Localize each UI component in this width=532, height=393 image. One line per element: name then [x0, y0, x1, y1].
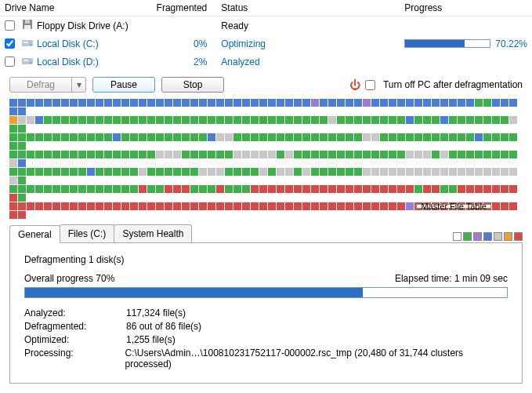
cluster-cell[interactable] [501, 116, 508, 124]
cluster-cell[interactable] [156, 168, 164, 176]
cluster-cell[interactable] [371, 116, 379, 124]
cluster-cell[interactable] [18, 194, 26, 202]
cluster-cell[interactable] [363, 116, 371, 124]
cluster-cell[interactable] [242, 185, 250, 193]
cluster-cell[interactable] [371, 202, 379, 210]
cluster-cell[interactable] [440, 151, 448, 158]
cluster-cell[interactable] [78, 168, 86, 176]
cluster-cell[interactable] [277, 151, 284, 158]
status-value[interactable]: Optimizing [221, 38, 266, 49]
cluster-cell[interactable] [190, 151, 198, 158]
cluster-cell[interactable] [440, 202, 448, 210]
cluster-cell[interactable] [87, 151, 95, 158]
cluster-cell[interactable] [208, 168, 215, 176]
cluster-cell[interactable] [190, 99, 198, 107]
legend-swatch[interactable] [473, 232, 482, 241]
cluster-cell[interactable] [466, 116, 474, 124]
cluster-cell[interactable] [139, 151, 147, 158]
cluster-cell[interactable] [233, 99, 241, 107]
cluster-cell[interactable] [173, 185, 181, 193]
cluster-cell[interactable] [397, 168, 405, 176]
cluster-cell[interactable] [328, 168, 336, 176]
cluster-cell[interactable] [182, 185, 190, 193]
cluster-cell[interactable] [363, 202, 371, 210]
cluster-cell[interactable] [165, 185, 172, 193]
cluster-cell[interactable] [509, 99, 517, 107]
cluster-cell[interactable] [233, 151, 241, 158]
cluster-cell[interactable] [354, 133, 362, 141]
cluster-cell[interactable] [259, 116, 267, 124]
cluster-cell[interactable] [320, 151, 328, 158]
cluster-cell[interactable] [9, 185, 17, 193]
tab-general[interactable]: General [9, 225, 60, 243]
cluster-cell[interactable] [61, 99, 69, 107]
cluster-cell[interactable] [492, 99, 500, 107]
cluster-cell[interactable] [302, 185, 310, 193]
cluster-cell[interactable] [96, 185, 103, 193]
cluster-cell[interactable] [458, 133, 465, 141]
cluster-cell[interactable] [173, 116, 181, 124]
cluster-cell[interactable] [259, 168, 267, 176]
cluster-cell[interactable] [354, 116, 362, 124]
cluster-cell[interactable] [104, 133, 112, 141]
cluster-cell[interactable] [121, 185, 129, 193]
cluster-cell[interactable] [380, 151, 388, 158]
cluster-cell[interactable] [130, 202, 138, 210]
cluster-cell[interactable] [302, 116, 310, 124]
cluster-cell[interactable] [501, 99, 508, 107]
cluster-cell[interactable] [406, 202, 414, 210]
turnoff-checkbox[interactable] [365, 80, 375, 90]
cluster-cell[interactable] [380, 202, 388, 210]
cluster-cell[interactable] [165, 202, 172, 210]
cluster-cell[interactable] [9, 142, 17, 150]
cluster-cell[interactable] [389, 133, 396, 141]
cluster-cell[interactable] [104, 99, 112, 107]
cluster-cell[interactable] [87, 99, 95, 107]
cluster-cell[interactable] [371, 151, 379, 158]
cluster-cell[interactable] [139, 133, 147, 141]
cluster-cell[interactable] [406, 168, 414, 176]
cluster-cell[interactable] [233, 185, 241, 193]
cluster-cell[interactable] [104, 116, 112, 124]
cluster-cell[interactable] [87, 116, 95, 124]
cluster-cell[interactable] [501, 133, 508, 141]
cluster-cell[interactable] [199, 116, 207, 124]
cluster-cell[interactable] [346, 99, 353, 107]
cluster-cell[interactable] [225, 151, 233, 158]
cluster-cell[interactable] [509, 151, 517, 158]
cluster-cell[interactable] [96, 133, 103, 141]
cluster-cell[interactable] [147, 202, 155, 210]
cluster-cell[interactable] [139, 99, 147, 107]
cluster-cell[interactable] [242, 168, 250, 176]
cluster-cell[interactable] [61, 133, 69, 141]
cluster-cell[interactable] [285, 168, 293, 176]
cluster-cell[interactable] [466, 168, 474, 176]
cluster-cell[interactable] [96, 151, 103, 158]
cluster-cell[interactable] [61, 168, 69, 176]
cluster-cell[interactable] [9, 159, 17, 167]
cluster-cell[interactable] [18, 185, 26, 193]
cluster-cell[interactable] [104, 168, 112, 176]
cluster-cell[interactable] [363, 168, 371, 176]
cluster-cell[interactable] [18, 202, 26, 210]
cluster-cell[interactable] [35, 99, 43, 107]
cluster-cell[interactable] [216, 116, 224, 124]
cluster-cell[interactable] [70, 151, 78, 158]
cluster-cell[interactable] [96, 116, 103, 124]
cluster-cell[interactable] [130, 168, 138, 176]
cluster-cell[interactable] [440, 133, 448, 141]
cluster-cell[interactable] [182, 99, 190, 107]
cluster-cell[interactable] [423, 202, 431, 210]
cluster-cell[interactable] [354, 99, 362, 107]
cluster-cell[interactable] [268, 202, 276, 210]
cluster-cell[interactable] [52, 151, 60, 158]
cluster-cell[interactable] [268, 99, 276, 107]
cluster-cell[interactable] [61, 202, 69, 210]
cluster-cell[interactable] [397, 151, 405, 158]
cluster-cell[interactable] [458, 151, 465, 158]
cluster-cell[interactable] [130, 99, 138, 107]
status-value[interactable]: Analyzed [221, 56, 259, 67]
legend-swatch[interactable] [463, 232, 472, 241]
legend-swatch[interactable] [514, 232, 523, 241]
cluster-cell[interactable] [27, 116, 34, 124]
